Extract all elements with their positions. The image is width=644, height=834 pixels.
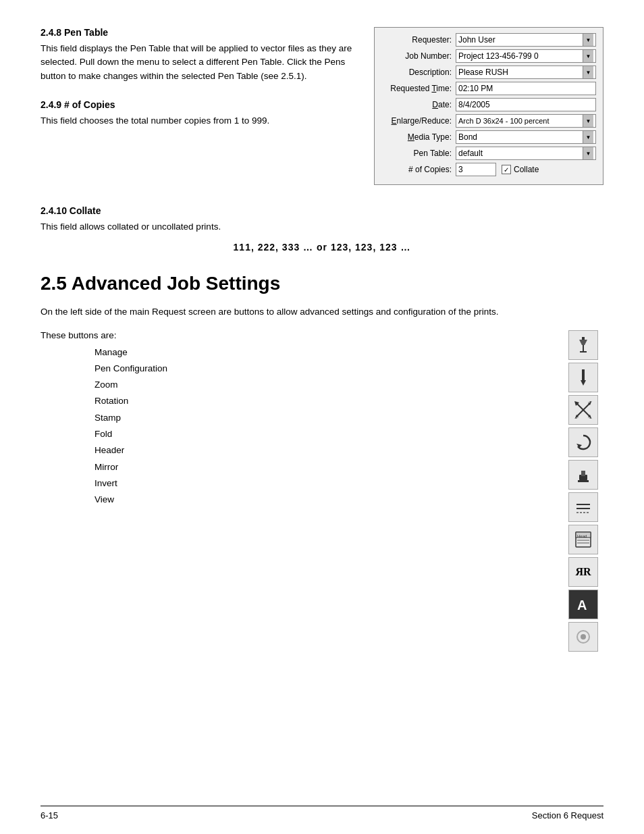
- pen-table-arrow[interactable]: ▼: [583, 147, 593, 159]
- date-input[interactable]: 8/4/2005: [456, 98, 596, 111]
- copies-group: 3 ✓ Collate: [456, 163, 539, 176]
- section-2410: 2.4.10 Collate This field allows collate…: [41, 205, 603, 253]
- section-249-body: This field chooses the total number copi…: [41, 114, 360, 128]
- svg-rect-4: [582, 369, 585, 382]
- zoom-icon: [574, 400, 593, 419]
- form-panel: Requester: John User ▼ Job Number: Proje…: [374, 27, 603, 185]
- requested-time-label: Requested Time:: [381, 84, 456, 93]
- requested-time-input[interactable]: 02:10 PM: [456, 82, 596, 95]
- copies-input[interactable]: 3: [456, 163, 496, 176]
- header-button[interactable]: Head: [568, 525, 598, 554]
- page: 2.4.8 Pen Table This field displays the …: [0, 0, 644, 834]
- list-item: Zoom: [95, 377, 549, 393]
- collate-checkbox[interactable]: ✓: [502, 165, 511, 174]
- section-25: 2.5 Advanced Job Settings On the left si…: [41, 273, 603, 651]
- svg-marker-1: [579, 340, 587, 345]
- mirror-icon: ЯR: [575, 566, 591, 578]
- list-item: Pen Configuration: [95, 361, 549, 377]
- form-row-date: Date: 8/4/2005: [381, 98, 596, 111]
- enlarge-dropdown[interactable]: Arch D 36x24 - 100 percent ▼: [456, 114, 596, 128]
- requester-arrow[interactable]: ▼: [583, 34, 593, 46]
- media-type-arrow[interactable]: ▼: [583, 131, 593, 143]
- svg-point-32: [581, 634, 586, 640]
- pen-table-label: Pen Table:: [381, 149, 456, 158]
- svg-rect-21: [578, 480, 589, 482]
- page-footer: 6-15 Section 6 Request: [41, 806, 603, 820]
- date-value: 8/4/2005: [458, 100, 490, 109]
- list-item: View: [95, 492, 549, 508]
- form-row-description: Description: Please RUSH ▼: [381, 66, 596, 79]
- rotation-button[interactable]: [568, 427, 598, 457]
- job-number-value: Project 123-456-799 0: [458, 51, 539, 61]
- description-arrow[interactable]: ▼: [583, 66, 593, 78]
- collate-example: 111, 222, 333 … or 123, 123, 123 …: [41, 242, 603, 253]
- collate-label: Collate: [514, 165, 539, 174]
- form-row-copies: # of Copies: 3 ✓ Collate: [381, 163, 596, 176]
- list-item: Mirror: [95, 459, 549, 475]
- buttons-icons: Head ЯR A: [563, 330, 603, 652]
- requester-dropdown[interactable]: John User ▼: [456, 33, 596, 47]
- svg-marker-5: [581, 380, 586, 386]
- list-item: Manage: [95, 344, 549, 361]
- section-248-body: This field displays the Pen Table that w…: [41, 42, 360, 83]
- pen-configuration-button[interactable]: [568, 363, 598, 392]
- copies-label: # of Copies:: [381, 165, 456, 174]
- job-number-dropdown[interactable]: Project 123-456-799 0 ▼: [456, 49, 596, 63]
- collate-group: ✓ Collate: [502, 165, 539, 174]
- pen-table-value: default: [458, 149, 483, 158]
- section-2410-body: This field allows collated or uncollated…: [41, 220, 603, 234]
- media-type-value: Bond: [458, 132, 477, 142]
- view-button[interactable]: [568, 622, 598, 652]
- header-icon: Head: [574, 530, 593, 549]
- svg-text:Head: Head: [577, 534, 587, 538]
- form-row-requester: Requester: John User ▼: [381, 33, 596, 47]
- section-249-heading: 2.4.9 # of Copies: [41, 99, 360, 110]
- pen-table-group: default ▼: [456, 147, 596, 160]
- date-label: Date:: [381, 100, 456, 109]
- fold-icon: [574, 498, 593, 517]
- section-25-heading: 2.5 Advanced Job Settings: [41, 273, 603, 294]
- zoom-button[interactable]: [568, 395, 598, 425]
- description-value: Please RUSH: [458, 68, 508, 77]
- media-type-label: Media Type:: [381, 132, 456, 142]
- requested-time-value: 02:10 PM: [458, 84, 493, 93]
- invert-button[interactable]: A: [568, 590, 598, 619]
- rotation-icon: [574, 433, 593, 452]
- manage-icon: [574, 336, 593, 355]
- manage-button[interactable]: [568, 330, 598, 360]
- pen-table-dropdown[interactable]: default ▼: [456, 147, 596, 160]
- stamp-icon: [574, 465, 593, 484]
- description-label: Description:: [381, 68, 456, 77]
- media-type-dropdown[interactable]: Bond ▼: [456, 130, 596, 144]
- list-item: Rotation: [95, 393, 549, 409]
- list-item: Stamp: [95, 410, 549, 426]
- section-2410-heading: 2.4.10 Collate: [41, 205, 603, 216]
- buttons-list: Manage Pen Configuration Zoom Rotation S…: [41, 344, 549, 509]
- buttons-text: These buttons are: Manage Pen Configurat…: [41, 330, 549, 652]
- enlarge-arrow[interactable]: ▼: [583, 115, 593, 127]
- view-icon: [574, 627, 593, 646]
- job-number-label: Job Number:: [381, 51, 456, 61]
- list-item: Fold: [95, 426, 549, 442]
- section-248-heading: 2.4.8 Pen Table: [41, 27, 360, 38]
- section-248-text: 2.4.8 Pen Table This field displays the …: [41, 27, 360, 185]
- fold-button[interactable]: [568, 492, 598, 522]
- enlarge-value: Arch D 36x24 - 100 percent: [458, 117, 549, 125]
- svg-marker-18: [576, 444, 582, 448]
- pen-config-icon: [574, 368, 593, 387]
- stamp-button[interactable]: [568, 460, 598, 490]
- form-row-pen-table: Pen Table: default ▼: [381, 147, 596, 160]
- footer-section-label: Section 6 Request: [532, 810, 603, 820]
- job-number-arrow[interactable]: ▼: [583, 50, 593, 62]
- requester-label: Requester:: [381, 35, 456, 45]
- mirror-button[interactable]: ЯR: [568, 557, 598, 587]
- section-248: 2.4.8 Pen Table This field displays the …: [41, 27, 603, 185]
- form-row-requested-time: Requested Time: 02:10 PM: [381, 82, 596, 95]
- description-dropdown[interactable]: Please RUSH ▼: [456, 66, 596, 79]
- svg-rect-2: [583, 345, 584, 352]
- copies-value: 3: [458, 165, 463, 174]
- invert-icon: A: [574, 595, 593, 614]
- buttons-section: These buttons are: Manage Pen Configurat…: [41, 330, 603, 652]
- form-row-enlarge: Enlarge/Reduce: Arch D 36x24 - 100 perce…: [381, 114, 596, 128]
- list-item: Header: [95, 442, 549, 459]
